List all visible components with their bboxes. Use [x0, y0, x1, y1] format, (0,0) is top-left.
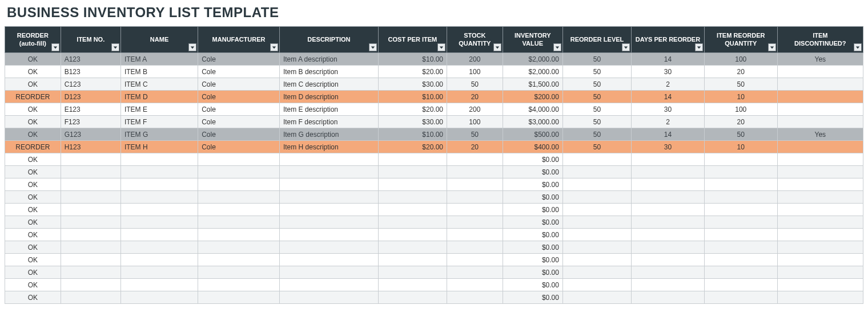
cell-name[interactable]	[120, 166, 198, 178]
cell-reorder[interactable]: OK	[5, 128, 61, 141]
cell-item_no[interactable]	[61, 266, 120, 279]
cell-stock[interactable]: 100	[447, 66, 503, 78]
filter-dropdown-icon[interactable]	[369, 43, 377, 51]
cell-stock[interactable]	[447, 241, 503, 254]
cell-cost[interactable]	[378, 178, 447, 191]
cell-days[interactable]: 14	[632, 128, 705, 141]
cell-reorder[interactable]: OK	[5, 78, 61, 91]
cell-disc[interactable]	[777, 191, 863, 204]
cell-manufacturer[interactable]: Cole	[198, 53, 280, 66]
cell-item_no[interactable]	[61, 191, 120, 204]
cell-name[interactable]: ITEM E	[120, 103, 198, 116]
filter-dropdown-icon[interactable]	[270, 43, 278, 51]
cell-description[interactable]: Item E description	[279, 103, 378, 116]
cell-stock[interactable]	[447, 216, 503, 229]
cell-name[interactable]	[120, 229, 198, 241]
cell-stock[interactable]	[447, 204, 503, 216]
cell-name[interactable]: ITEM A	[120, 53, 198, 66]
cell-disc[interactable]	[777, 229, 863, 241]
cell-name[interactable]	[120, 191, 198, 204]
cell-name[interactable]	[120, 178, 198, 191]
cell-stock[interactable]: 200	[447, 103, 503, 116]
cell-level[interactable]: 50	[562, 53, 631, 66]
cell-days[interactable]	[632, 204, 705, 216]
cell-manufacturer[interactable]: Cole	[198, 116, 280, 128]
cell-qty[interactable]	[704, 178, 777, 191]
cell-reorder[interactable]: OK	[5, 116, 61, 128]
cell-disc[interactable]	[777, 241, 863, 254]
cell-qty[interactable]	[704, 216, 777, 229]
cell-value[interactable]: $1,500.00	[503, 78, 562, 91]
cell-reorder[interactable]: OK	[5, 241, 61, 254]
cell-description[interactable]: Item C description	[279, 78, 378, 91]
cell-description[interactable]: Item H description	[279, 141, 378, 153]
cell-manufacturer[interactable]	[198, 241, 280, 254]
cell-description[interactable]: Item G description	[279, 128, 378, 141]
cell-description[interactable]	[279, 254, 378, 266]
cell-days[interactable]	[632, 166, 705, 178]
filter-dropdown-icon[interactable]	[622, 43, 630, 51]
cell-stock[interactable]: 50	[447, 128, 503, 141]
cell-reorder[interactable]: OK	[5, 291, 61, 304]
filter-dropdown-icon[interactable]	[695, 43, 703, 51]
cell-qty[interactable]: 100	[704, 103, 777, 116]
cell-level[interactable]	[562, 153, 631, 166]
cell-cost[interactable]: $20.00	[378, 66, 447, 78]
cell-stock[interactable]	[447, 166, 503, 178]
cell-value[interactable]: $3,000.00	[503, 116, 562, 128]
cell-qty[interactable]	[704, 279, 777, 291]
cell-reorder[interactable]: OK	[5, 191, 61, 204]
cell-manufacturer[interactable]	[198, 153, 280, 166]
cell-qty[interactable]	[704, 266, 777, 279]
cell-qty[interactable]	[704, 241, 777, 254]
cell-stock[interactable]	[447, 229, 503, 241]
cell-manufacturer[interactable]: Cole	[198, 78, 280, 91]
cell-manufacturer[interactable]: Cole	[198, 128, 280, 141]
cell-description[interactable]	[279, 178, 378, 191]
cell-disc[interactable]	[777, 78, 863, 91]
cell-reorder[interactable]: OK	[5, 153, 61, 166]
filter-dropdown-icon[interactable]	[493, 43, 501, 51]
cell-description[interactable]: Item A description	[279, 53, 378, 66]
cell-manufacturer[interactable]	[198, 204, 280, 216]
cell-days[interactable]	[632, 279, 705, 291]
cell-item_no[interactable]	[61, 166, 120, 178]
cell-value[interactable]: $0.00	[503, 153, 562, 166]
cell-name[interactable]: ITEM G	[120, 128, 198, 141]
cell-reorder[interactable]: OK	[5, 178, 61, 191]
cell-level[interactable]: 50	[562, 141, 631, 153]
cell-value[interactable]: $0.00	[503, 204, 562, 216]
cell-days[interactable]	[632, 229, 705, 241]
cell-disc[interactable]	[777, 166, 863, 178]
cell-item_no[interactable]: F123	[61, 116, 120, 128]
filter-dropdown-icon[interactable]	[51, 43, 59, 51]
cell-name[interactable]: ITEM B	[120, 66, 198, 78]
cell-cost[interactable]	[378, 241, 447, 254]
cell-disc[interactable]	[777, 103, 863, 116]
cell-cost[interactable]	[378, 153, 447, 166]
cell-disc[interactable]	[777, 204, 863, 216]
cell-stock[interactable]	[447, 254, 503, 266]
cell-description[interactable]	[279, 266, 378, 279]
cell-disc[interactable]	[777, 266, 863, 279]
cell-qty[interactable]: 100	[704, 53, 777, 66]
cell-reorder[interactable]: OK	[5, 216, 61, 229]
cell-manufacturer[interactable]	[198, 166, 280, 178]
cell-days[interactable]: 2	[632, 116, 705, 128]
cell-qty[interactable]	[704, 204, 777, 216]
cell-value[interactable]: $2,000.00	[503, 66, 562, 78]
cell-item_no[interactable]	[61, 254, 120, 266]
cell-value[interactable]: $0.00	[503, 241, 562, 254]
cell-description[interactable]	[279, 216, 378, 229]
cell-item_no[interactable]: H123	[61, 141, 120, 153]
cell-description[interactable]: Item F description	[279, 116, 378, 128]
cell-cost[interactable]	[378, 279, 447, 291]
cell-stock[interactable]: 100	[447, 116, 503, 128]
cell-manufacturer[interactable]: Cole	[198, 141, 280, 153]
cell-manufacturer[interactable]	[198, 279, 280, 291]
cell-value[interactable]: $2,000.00	[503, 53, 562, 66]
cell-manufacturer[interactable]	[198, 266, 280, 279]
cell-cost[interactable]	[378, 216, 447, 229]
cell-stock[interactable]	[447, 279, 503, 291]
cell-item_no[interactable]: A123	[61, 53, 120, 66]
